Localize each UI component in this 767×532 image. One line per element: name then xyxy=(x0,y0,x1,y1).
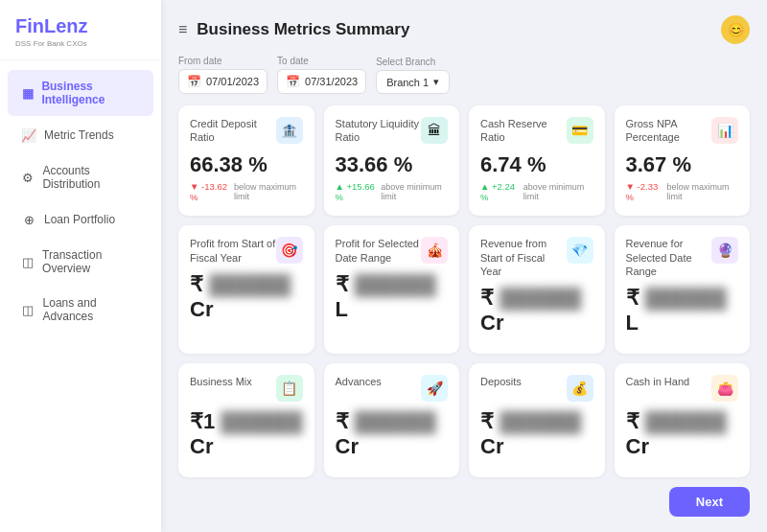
card-icon-cash-reserve-ratio: 💳 xyxy=(567,117,593,144)
sidebar-label-accounts-distribution: Accounts Distribution xyxy=(42,164,140,191)
chevron-down-icon: ▾ xyxy=(433,76,439,88)
badge-text-statutory-liquidity-ratio: above minimum limit xyxy=(381,182,448,201)
card-badge-cash-reserve-ratio: ▲ +2.24 % above minimum limit xyxy=(480,181,593,202)
badge-value-credit-deposit-ratio: ▼ -13.62 % xyxy=(190,181,231,202)
card-credit-deposit-ratio: Credit Deposit Ratio 🏦 66.38 % ▼ -13.62 … xyxy=(178,105,314,216)
to-date-input[interactable]: 📅 07/31/2023 xyxy=(277,69,366,94)
sidebar-item-transaction-overview[interactable]: ◫Transaction Overview xyxy=(8,239,153,285)
logo-brand1: Fin xyxy=(15,15,44,36)
card-revenue-selected-range: Revenue for Selected Date Range 🔮 ₹ ████… xyxy=(615,225,751,354)
accounts-distribution-icon: ⚙ xyxy=(21,170,35,185)
card-title-business-mix: Business Mix xyxy=(190,375,252,388)
business-intelligence-icon: ▦ xyxy=(21,85,34,101)
card-title-deposits: Deposits xyxy=(480,375,522,388)
card-header-statutory-liquidity-ratio: Statutory Liquidity Ratio 🏛 xyxy=(336,117,449,145)
blurred-value-revenue-fiscal-year: ██████ xyxy=(500,288,581,309)
sidebar-label-metric-trends: Metric Trends xyxy=(44,128,114,142)
card-badge-credit-deposit-ratio: ▼ -13.62 % below maximum limit xyxy=(190,181,303,202)
card-profit-fiscal-year: Profit from Start of Fiscal Year 🎯 ₹ ███… xyxy=(178,225,314,354)
card-value-advances: ₹ ██████ Cr xyxy=(336,409,449,459)
loan-portfolio-icon: ⊕ xyxy=(21,212,36,227)
logo-brand2: Lenz xyxy=(44,15,88,36)
card-header-gross-npa-percentage: Gross NPA Percentage 📊 xyxy=(626,117,739,145)
header-left: ≡ Business Metrics Summary xyxy=(178,20,409,39)
card-icon-revenue-selected-range: 🔮 xyxy=(711,237,738,264)
sidebar-item-loan-portfolio[interactable]: ⊕Loan Portfolio xyxy=(8,202,153,237)
card-icon-profit-selected-range: 🎪 xyxy=(421,237,448,264)
card-icon-advances: 🚀 xyxy=(421,375,448,402)
card-icon-cash-in-hand: 👛 xyxy=(711,375,738,402)
badge-text-gross-npa-percentage: below maximum limit xyxy=(666,182,738,201)
calendar-icon-from: 📅 xyxy=(187,75,201,88)
card-title-cash-reserve-ratio: Cash Reserve Ratio xyxy=(480,117,567,145)
card-profit-selected-range: Profit for Selected Date Range 🎪 ₹ █████… xyxy=(324,225,460,354)
card-badge-statutory-liquidity-ratio: ▲ +15.66 % above minimum limit xyxy=(336,181,449,202)
from-date-value: 07/01/2023 xyxy=(206,76,259,87)
card-title-cash-in-hand: Cash in Hand xyxy=(626,375,690,388)
card-title-gross-npa-percentage: Gross NPA Percentage xyxy=(626,117,712,145)
sidebar-item-loans-and-advances[interactable]: ◫Loans and Advances xyxy=(8,287,153,333)
sidebar-item-business-intelligence[interactable]: ▦Business Intelligence xyxy=(8,70,153,116)
branch-group: Select Branch Branch 1 ▾ xyxy=(376,57,450,94)
card-header-profit-selected-range: Profit for Selected Date Range 🎪 xyxy=(336,237,449,265)
blurred-value-revenue-selected-range: ██████ xyxy=(645,288,727,309)
blurred-value-business-mix: ██████ xyxy=(221,411,302,432)
card-icon-revenue-fiscal-year: 💎 xyxy=(567,237,593,264)
card-gross-npa-percentage: Gross NPA Percentage 📊 3.67 % ▼ -2.33 % … xyxy=(615,105,751,216)
badge-value-cash-reserve-ratio: ▲ +2.24 % xyxy=(480,181,521,202)
card-title-revenue-selected-range: Revenue for Selected Date Range xyxy=(626,237,712,278)
calendar-icon-to: 📅 xyxy=(286,75,300,88)
card-revenue-fiscal-year: Revenue from Start of Fiscal Year 💎 ₹ ██… xyxy=(469,225,605,354)
card-header-profit-fiscal-year: Profit from Start of Fiscal Year 🎯 xyxy=(190,237,303,265)
sidebar-item-accounts-distribution[interactable]: ⚙Accounts Distribution xyxy=(8,154,153,200)
card-icon-profit-fiscal-year: 🎯 xyxy=(276,237,303,264)
card-value-profit-fiscal-year: ₹ ██████ Cr xyxy=(190,272,303,322)
logo-sub: DSS For Bank CXOs xyxy=(15,39,146,48)
card-header-business-mix: Business Mix 📋 xyxy=(190,375,303,402)
blurred-value-profit-selected-range: ██████ xyxy=(355,274,436,295)
sidebar-item-metric-trends[interactable]: 📈Metric Trends xyxy=(8,118,153,152)
sidebar-label-loans-and-advances: Loans and Advances xyxy=(43,296,140,323)
blurred-value-profit-fiscal-year: ██████ xyxy=(209,274,291,295)
transaction-overview-icon: ◫ xyxy=(21,254,35,269)
card-statutory-liquidity-ratio: Statutory Liquidity Ratio 🏛 33.66 % ▲ +1… xyxy=(324,105,460,216)
card-header-deposits: Deposits 💰 xyxy=(480,375,593,402)
badge-text-credit-deposit-ratio: below maximum limit xyxy=(234,182,303,201)
branch-value: Branch 1 xyxy=(386,77,429,88)
card-cash-in-hand: Cash in Hand 👛 ₹ ██████ Cr xyxy=(615,363,751,477)
next-button[interactable]: Next xyxy=(669,487,750,517)
logo-area: FinLenz DSS For Bank CXOs xyxy=(0,0,161,60)
card-header-revenue-fiscal-year: Revenue from Start of Fiscal Year 💎 xyxy=(480,237,593,278)
to-date-value: 07/31/2023 xyxy=(305,76,358,87)
card-header-credit-deposit-ratio: Credit Deposit Ratio 🏦 xyxy=(190,117,303,145)
sidebar-label-transaction-overview: Transaction Overview xyxy=(42,248,140,275)
header: ≡ Business Metrics Summary 😊 xyxy=(178,15,750,44)
logo: FinLenz xyxy=(15,15,146,37)
card-value-revenue-selected-range: ₹ ██████ L xyxy=(626,286,739,335)
from-date-label: From date xyxy=(178,56,267,66)
metric-trends-icon: 📈 xyxy=(21,127,36,143)
card-icon-credit-deposit-ratio: 🏦 xyxy=(276,117,303,144)
badge-text-cash-reserve-ratio: above minimum limit xyxy=(523,182,593,201)
card-icon-statutory-liquidity-ratio: 🏛 xyxy=(421,117,448,144)
card-title-profit-selected-range: Profit for Selected Date Range xyxy=(336,237,422,265)
card-badge-gross-npa-percentage: ▼ -2.33 % below maximum limit xyxy=(626,181,739,202)
main-content: ≡ Business Metrics Summary 😊 From date 📅… xyxy=(161,0,767,532)
card-cash-reserve-ratio: Cash Reserve Ratio 💳 6.74 % ▲ +2.24 % ab… xyxy=(469,105,605,216)
blurred-value-cash-in-hand: ██████ xyxy=(645,411,727,432)
card-deposits: Deposits 💰 ₹ ██████ Cr xyxy=(469,363,605,477)
card-header-advances: Advances 🚀 xyxy=(336,375,449,402)
to-date-label: To date xyxy=(277,56,366,66)
card-value-cash-in-hand: ₹ ██████ Cr xyxy=(626,409,739,459)
from-date-input[interactable]: 📅 07/01/2023 xyxy=(178,69,267,94)
avatar[interactable]: 😊 xyxy=(721,15,750,44)
badge-value-statutory-liquidity-ratio: ▲ +15.66 % xyxy=(336,181,379,202)
blurred-value-deposits: ██████ xyxy=(500,411,581,432)
page-title: Business Metrics Summary xyxy=(197,20,409,39)
menu-icon[interactable]: ≡ xyxy=(178,21,187,38)
from-date-group: From date 📅 07/01/2023 xyxy=(178,56,267,94)
card-header-revenue-selected-range: Revenue for Selected Date Range 🔮 xyxy=(626,237,739,278)
footer: Next xyxy=(178,487,750,517)
card-icon-business-mix: 📋 xyxy=(276,375,303,402)
branch-select[interactable]: Branch 1 ▾ xyxy=(376,70,450,94)
